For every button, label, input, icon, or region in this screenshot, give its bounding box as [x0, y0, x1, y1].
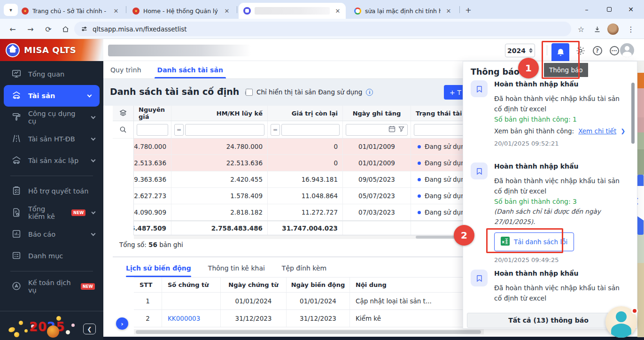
asset-cell: 05/07/2023 [343, 188, 411, 204]
reload-icon[interactable]: ⟳ [42, 23, 54, 35]
tab-search-caret-icon[interactable]: ▾ [4, 4, 18, 16]
equals-operator[interactable]: = [174, 124, 184, 136]
detail-tab-2[interactable]: Thông tin kê khai [208, 259, 265, 277]
window-close-button[interactable]: ✕ [623, 3, 639, 16]
new-tab-button[interactable]: + [463, 5, 473, 15]
notification-panel-title: Thông báo [471, 67, 520, 77]
bookmark-star-icon[interactable]: ☆ [575, 23, 587, 35]
in-use-checkbox[interactable] [246, 89, 253, 96]
chevron-down-icon [87, 93, 92, 98]
view-details-link[interactable]: Xem chi tiết [578, 127, 616, 135]
sidebar-item-tai-san-xac-lap[interactable]: Tài sản xác lập [0, 150, 103, 171]
sidebar-collapse-button[interactable]: ❮ [83, 324, 96, 334]
site-settings-icon[interactable] [81, 25, 88, 32]
detail-tab-3[interactable]: Tệp đính kèm [282, 259, 326, 277]
download-icon[interactable] [591, 23, 603, 35]
history-cell-date: 31/12/2023 [221, 310, 287, 327]
history-cell-chungtu[interactable]: KK000003 [162, 310, 221, 327]
page-title-text: Danh sách tài sản cố định [110, 86, 239, 97]
sidebar-item-tong-quan[interactable]: Tổng quan [0, 63, 103, 85]
chevron-down-icon [91, 115, 96, 119]
info-icon[interactable]: i [366, 89, 373, 96]
sidebar-item-ke-toan-dich-vu[interactable]: Kế toán dịch vụNEW [0, 276, 103, 297]
history-column-header[interactable]: Ngày biến động [287, 278, 350, 292]
sidebar-item-ho-tro-quyet-toan[interactable]: Hỗ trợ quyết toán [0, 180, 103, 202]
app-logo[interactable]: MISA QLTS [0, 39, 103, 61]
table-search-icon[interactable] [113, 121, 133, 139]
notification-timestamp: 20/01/2025 09:52:21 [494, 140, 620, 147]
browser-tab-1[interactable]: ★Trang chủ - Sở Tài chính - Cổng✕ [17, 3, 124, 19]
filter-input[interactable] [281, 124, 340, 136]
sidebar-item-tong-kiem-ke[interactable]: Tổng kiểm kêNEW [0, 202, 103, 224]
home-icon[interactable] [59, 23, 71, 35]
sidebar-item-cong-cu-dung-cu[interactable]: Công cụ dụng cụ [0, 107, 103, 128]
column-settings-icon[interactable] [113, 106, 133, 121]
accounting-icon [11, 281, 22, 293]
tab-close-icon[interactable]: ✕ [223, 7, 231, 15]
help-icon[interactable]: ? [591, 44, 604, 57]
asset-cell: 14.090.909 [134, 204, 171, 220]
more-options-icon[interactable]: ⋯ [608, 44, 621, 57]
organization-name-redacted [108, 45, 251, 56]
sidebar-item-tai-san[interactable]: Tài sản [4, 85, 100, 107]
url-bar[interactable]: qltsapp.misa.vn/fixedassetlist [74, 22, 571, 36]
year-stepper-icon[interactable] [529, 48, 533, 53]
asset-cell: 09/05/2023 [343, 171, 411, 187]
expand-panel-button[interactable]: › [116, 317, 128, 330]
annotation-rect-step1 [542, 41, 580, 79]
user-avatar[interactable] [620, 43, 634, 57]
notification-content: Hoàn thành nhập khẩuĐã hoàn thành việc n… [494, 80, 620, 147]
gov-emblem-icon: ★ [22, 8, 29, 15]
history-column-header[interactable]: Số chứng từ [162, 278, 221, 292]
totals-cell: 2.758.483.486 [171, 221, 268, 235]
fiscal-year-selector[interactable]: 2024 [505, 44, 535, 57]
forward-icon[interactable]: → [24, 23, 37, 35]
filter-funnel-icon[interactable] [398, 125, 405, 134]
sidebar-item-label: Kế toán dịch vụ [28, 279, 71, 294]
browser-menu-icon[interactable]: ⋮ [625, 23, 637, 35]
asset-cell: 01/01/2009 [343, 155, 411, 171]
profile-avatar[interactable] [607, 23, 619, 35]
back-icon[interactable]: ← [7, 23, 19, 35]
browser-tab-4[interactable]: sửa lại mặc định chi tính hao m✕ [349, 3, 457, 19]
filter-input[interactable] [346, 124, 408, 136]
notification-item[interactable]: Hoàn thành nhập khẩuĐã hoàn thành việc n… [471, 80, 626, 147]
notification-scrollbar-thumb[interactable] [631, 83, 635, 144]
tab-close-icon[interactable]: ✕ [334, 7, 342, 15]
window-maximize-button[interactable] [601, 3, 617, 16]
history-column-header[interactable]: Nội dung [350, 278, 474, 292]
road-icon [11, 133, 22, 145]
new-badge: NEW [81, 283, 95, 290]
history-table-hscrollbar[interactable] [134, 329, 484, 334]
column-header[interactable]: Giá trị còn lại [268, 106, 343, 121]
google-icon [354, 8, 361, 15]
url-text: qltsapp.misa.vn/fixedassetlist [93, 25, 187, 33]
column-header[interactable]: HM/KH lũy kế [171, 106, 268, 121]
main-tab-2[interactable]: Danh sách tài sản [157, 61, 223, 78]
column-header[interactable]: Ngày ghi tăng [343, 106, 411, 121]
sidebar-item-bao-cao[interactable]: Báo cáo [0, 224, 103, 245]
equals-operator[interactable]: = [271, 124, 280, 136]
sidebar-item-tai-san-ht-db[interactable]: Tài sản HT-ĐB [0, 128, 103, 150]
notification-item[interactable]: Hoàn thành nhập khẩuĐã hoàn thành việc n… [471, 270, 626, 303]
filter-input[interactable] [185, 124, 264, 136]
link-prefix: Xem bản ghi thành công: [494, 127, 574, 135]
history-hscrollbar-thumb[interactable] [136, 330, 481, 334]
calendar-icon[interactable] [388, 125, 396, 134]
sidebar-item-danh-muc[interactable]: Danh mục [0, 245, 103, 267]
detail-tab-1[interactable]: Lịch sử biến động [126, 259, 191, 277]
history-column-header[interactable]: STT [134, 278, 162, 292]
filter-cell: = [171, 121, 268, 138]
tab-close-icon[interactable]: ✕ [112, 7, 120, 15]
tab-separator [237, 6, 237, 13]
column-header[interactable]: Nguyên giá [134, 106, 171, 121]
history-column-header[interactable]: Ngày chứng từ [221, 278, 287, 292]
filter-input[interactable] [137, 124, 168, 136]
tab-close-icon[interactable]: ✕ [444, 7, 453, 15]
main-tab-1[interactable]: Quy trình [110, 61, 141, 78]
filter-cell [134, 121, 171, 138]
browser-tab-3[interactable]: ✕ [239, 3, 346, 19]
browser-tab-2[interactable]: ★Home - Hệ thống Quản lý Văn b✕ [128, 3, 235, 19]
document-link[interactable]: KK000003 [168, 315, 200, 322]
window-minimize-button[interactable]: – [579, 3, 595, 16]
